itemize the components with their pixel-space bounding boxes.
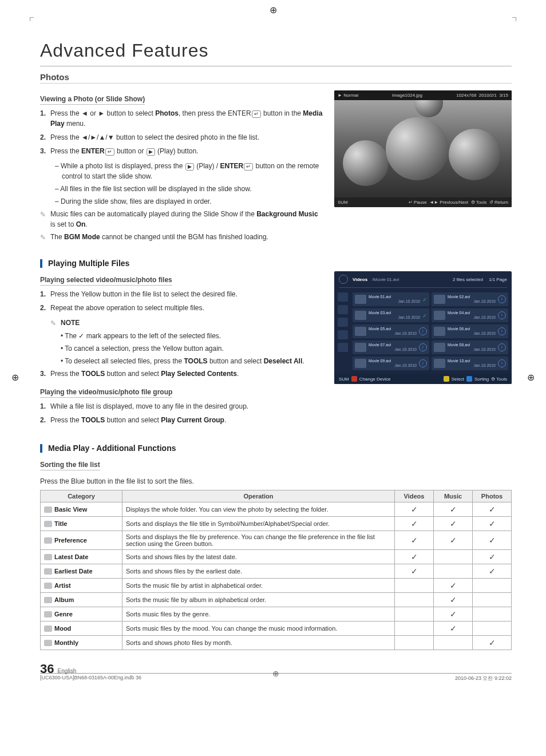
check-cell: ✓ <box>473 564 512 579</box>
info-icon: i <box>419 327 427 335</box>
crop-mark-top: ⊕ <box>270 5 277 15</box>
info-icon: i <box>498 295 506 303</box>
category-icon <box>44 521 52 527</box>
step-number: 3. <box>40 369 50 379</box>
step-text: Press the ◄ or ► button to select Photos… <box>50 108 323 129</box>
check-cell: ✓ <box>434 593 473 607</box>
file-date: Jan.10.2010 <box>448 299 496 304</box>
operation-cell: Sorts and shows files by the earliest da… <box>122 564 395 579</box>
file-name: Movie 08.avi <box>448 343 496 347</box>
file-row[interactable]: Movie 05.aviJan.10.2010i <box>353 324 429 338</box>
step-number: 1. <box>40 108 50 129</box>
table-row: GenreSorts music files by the genre.✓ <box>41 607 512 622</box>
operation-cell: Sorts the music file by artist in alphab… <box>122 579 395 593</box>
operation-cell: Sorts and shows photo files by month. <box>122 636 395 650</box>
empty-cell <box>473 622 512 636</box>
col-photos: Photos <box>473 490 512 502</box>
file-row[interactable]: Movie 04.aviJan.10.2010i <box>432 308 508 322</box>
badge-a <box>351 376 357 382</box>
file-name: Movie 07.avi <box>369 343 417 347</box>
info-icon: i <box>498 311 506 319</box>
check-cell: ✓ <box>395 517 434 531</box>
file-row[interactable]: Movie 07.aviJan.10.2010i <box>353 341 429 354</box>
tools-hint: ⚙ Tools <box>471 200 487 205</box>
sub-heading-selected: Playing selected video/music/photo files <box>40 276 172 286</box>
crop-corner <box>512 17 516 21</box>
movie-icon <box>339 275 348 284</box>
category-cell: Monthly <box>41 636 122 650</box>
photo-filename: Image1024.jpg <box>358 93 456 98</box>
sum-label: SUM <box>339 377 349 382</box>
empty-cell <box>473 579 512 593</box>
section-bar <box>40 259 42 268</box>
check-cell: ✓ <box>473 502 512 517</box>
file-row[interactable]: Movie 09.aviJan.10.2010i <box>353 357 429 370</box>
sub-heading-sorting: Sorting the file list <box>40 461 100 470</box>
note-icon: ✎ <box>40 232 50 243</box>
step-text: While a file list is displayed, move to … <box>50 401 248 411</box>
table-row: AlbumSorts the music file by album in al… <box>41 593 512 607</box>
file-date: Jan.10.2010 <box>448 315 496 320</box>
step-text: Press the Yellow button in the file list… <box>50 289 238 299</box>
step-number: 3. <box>40 146 50 156</box>
file-row[interactable]: Movie 03.aviJan.10.2010✓ <box>353 308 429 322</box>
badge-d <box>466 376 472 382</box>
table-row: MoodSorts music files by the mood. You c… <box>41 622 512 636</box>
category-cell: Preference <box>41 531 122 550</box>
table-row: PreferenceSorts and displays the file by… <box>41 531 512 550</box>
crop-corner <box>30 17 34 21</box>
category-icon <box>44 537 52 544</box>
file-name: Movie 06.avi <box>448 327 496 331</box>
note-label: NOTE <box>61 318 80 328</box>
check-icon: ✓ <box>422 296 427 303</box>
file-name: Movie 04.avi <box>448 311 496 315</box>
operation-cell: Sorts the music file by album in alphabe… <box>122 593 395 607</box>
photo-resolution: 1024x768 <box>456 93 476 98</box>
check-cell: ✓ <box>473 636 512 650</box>
return-hint: ↺ Return <box>489 200 508 205</box>
sum-label: SUM <box>338 200 348 205</box>
step-text: Press the ◄/►/▲/▼ button to select the d… <box>50 132 259 143</box>
file-name: Movie 01.avi <box>369 295 420 299</box>
empty-cell <box>434 564 473 579</box>
category-cell: Basic View <box>41 502 122 517</box>
info-icon: i <box>498 359 506 367</box>
note-bullet: To cancel a selection, press the Yellow … <box>50 343 323 354</box>
section-bar <box>40 444 42 453</box>
file-row[interactable]: Movie 01.aviJan.10.2010✓ <box>353 292 429 306</box>
file-row[interactable]: Movie 08.aviJan.10.2010i <box>432 341 508 354</box>
empty-cell <box>395 593 434 607</box>
file-name: Movie 03.avi <box>369 311 420 315</box>
category-icon <box>44 626 52 632</box>
empty-cell <box>434 636 473 650</box>
file-thumbnail <box>434 295 445 304</box>
file-name: Movie 02.avi <box>448 295 496 299</box>
file-name: Movie 09.avi <box>369 359 417 363</box>
file-date: Jan.10.2010 <box>448 347 496 352</box>
side-filter-icons <box>338 292 349 370</box>
file-row[interactable]: Movie 10.aviJan.10.2010i <box>432 357 508 370</box>
pause-hint: ↵ Pause <box>409 200 427 205</box>
category-icon <box>44 640 52 646</box>
note-text: The BGM Mode cannot be changed until the… <box>50 232 268 242</box>
file-date: Jan.10.2010 <box>369 315 420 320</box>
file-row[interactable]: Movie 06.aviJan.10.2010i <box>432 324 508 338</box>
col-category: Category <box>41 490 122 502</box>
info-icon: i <box>419 359 427 367</box>
file-row[interactable]: Movie 02.aviJan.10.2010i <box>432 292 508 306</box>
file-date: Jan.10.2010 <box>448 331 496 336</box>
category-cell: Mood <box>41 622 122 636</box>
file-name: Movie 05.avi <box>369 327 417 331</box>
prevnext-hint: ◄► Previous/Next <box>429 200 468 205</box>
change-device-label: Change Device <box>359 377 391 382</box>
check-cell: ✓ <box>395 502 434 517</box>
divider <box>339 287 507 288</box>
empty-cell <box>395 579 434 593</box>
sort-intro: Press the Blue button in the file list t… <box>40 476 512 486</box>
category-cell: Album <box>41 593 122 607</box>
photo-index: 3/15 <box>499 93 508 98</box>
file-thumbnail <box>355 295 366 304</box>
empty-cell <box>395 607 434 622</box>
check-cell: ✓ <box>434 622 473 636</box>
step-number: 1. <box>40 401 50 411</box>
